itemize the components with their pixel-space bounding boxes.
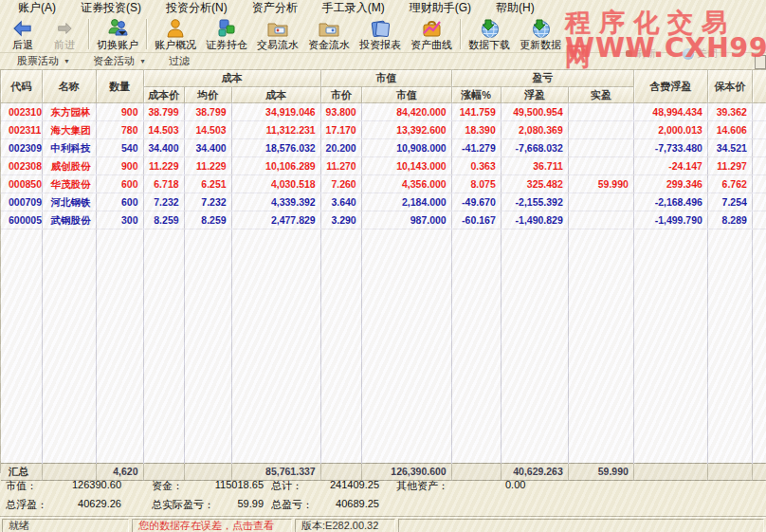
col-group-pl[interactable]: 盈亏 — [451, 70, 633, 87]
status-bar: 就绪 您的数据存在误差，点击查看 版本:E282.00.32 — [0, 516, 766, 532]
empty-grid-area — [1, 229, 766, 464]
toolbar-separator — [88, 19, 89, 49]
back-button[interactable]: 后退 — [2, 17, 44, 50]
menu-securities-invest[interactable]: 证券投资(S) — [68, 0, 154, 18]
other-assets-label: 其他资产： — [396, 479, 448, 493]
menu-manual-entry[interactable]: 手工录入(M) — [310, 0, 397, 18]
col-header-price[interactable]: 市价 — [320, 87, 361, 103]
report-icon — [368, 18, 392, 39]
col-header-breakeven[interactable]: 保本价 — [707, 70, 752, 103]
market-value: 126390.60 — [55, 479, 121, 490]
holdings-table: 代码 名称 数量 成本 市值 盈亏 含费浮盈 保本价 成本价 均价 成本 市价 … — [0, 70, 766, 473]
toolbar-separator — [146, 19, 147, 49]
update-data-button[interactable]: 更新数据 — [515, 17, 566, 50]
table-row[interactable]: 002310 东方园林 900 38.799 38.799 34,919.046… — [1, 103, 766, 121]
table-row[interactable]: 002308 威创股份 900 11.229 11.229 10,106.289… — [1, 157, 766, 175]
total-label: 总计： — [271, 479, 302, 493]
cash-flow-button[interactable]: 资金流水 — [303, 17, 355, 50]
status-spacer — [398, 519, 764, 532]
cash-activity-dropdown[interactable]: 资金活动 ▼ — [83, 54, 155, 68]
menu-bar: 账户(A) 证券投资(S) 投资分析(N) 资产分析 手工录入(M) 理财助手(… — [0, 0, 766, 17]
cash-value: 115018.65 — [190, 479, 264, 490]
other-assets-value: 0.00 — [505, 479, 525, 490]
trade-flow-icon — [265, 18, 290, 39]
col-header-fee-float-pl[interactable]: 含费浮盈 — [633, 70, 707, 103]
market-value-label: 市值： — [6, 479, 37, 493]
cash-label: 资金： — [152, 479, 183, 493]
switch-account-icon — [105, 18, 130, 39]
table-row[interactable]: 600005 武钢股份 300 8.259 8.259 2,477.829 3.… — [1, 211, 766, 229]
holdings-button[interactable]: 证券持仓 — [201, 17, 252, 50]
col-header-change-pct[interactable]: 涨幅% — [451, 87, 501, 103]
table-row[interactable]: 000709 河北钢铁 600 7.232 7.232 4,339.392 3.… — [1, 193, 766, 211]
data-download-button[interactable]: 数据下载 — [464, 17, 515, 50]
total-float-value: 40629.26 — [55, 498, 121, 509]
col-header-spacer — [752, 70, 766, 103]
menu-asset-analysis[interactable]: 资产分析 — [240, 0, 310, 18]
table-corner-box — [755, 55, 766, 69]
menu-finance-assistant[interactable]: 理财助手(G) — [397, 0, 483, 18]
total-pl-value: 40689.25 — [303, 498, 379, 509]
trade-flow-button[interactable]: 交易流水 — [252, 17, 303, 50]
download-icon — [477, 18, 502, 39]
holdings-icon — [214, 18, 239, 39]
col-group-value[interactable]: 市值 — [320, 70, 451, 87]
menu-help[interactable]: 帮助(H) — [483, 0, 547, 18]
asset-curve-icon — [419, 18, 444, 39]
col-header-name[interactable]: 名称 — [42, 70, 96, 103]
update-icon — [528, 18, 553, 39]
col-group-cost[interactable]: 成本 — [143, 70, 320, 87]
status-warning-link[interactable]: 您的数据存在误差，点击查看 — [132, 519, 292, 532]
col-header-cost[interactable]: 成本 — [231, 87, 320, 103]
menu-invest-analysis[interactable]: 投资分析(N) — [154, 0, 240, 18]
close-icon — [683, 48, 694, 60]
col-header-value[interactable]: 市值 — [361, 87, 451, 103]
col-header-cost-price[interactable]: 成本价 — [143, 87, 184, 103]
stock-activity-dropdown[interactable]: 股票活动 ▼ — [8, 54, 80, 68]
cash-flow-icon — [317, 18, 341, 39]
chevron-down-icon: ▼ — [64, 58, 70, 65]
total-real-value: 59.99 — [190, 498, 264, 509]
refresh-link[interactable]: 刷新 — [626, 46, 656, 61]
status-ready: 就绪 — [2, 519, 129, 532]
back-icon — [10, 18, 35, 39]
report-button[interactable]: 投资报表 — [355, 17, 406, 50]
refresh-icon — [626, 50, 632, 57]
filter-button[interactable]: 过滤 — [159, 54, 199, 68]
toolbar-separator — [460, 19, 461, 49]
switch-account-button[interactable]: 切换账户 — [92, 17, 143, 50]
asset-curve-button[interactable]: 资产曲线 — [406, 17, 457, 50]
status-version: 版本:E282.00.32 — [295, 519, 395, 532]
forward-icon — [52, 18, 77, 39]
close-link[interactable]: 关闭 — [683, 46, 718, 61]
table-row[interactable]: 002309 中利科技 540 34.400 34.400 18,576.032… — [1, 139, 766, 157]
totals-panel: 市值： 126390.60 资金： 115018.65 总计： 241409.2… — [0, 473, 766, 516]
account-overview-icon — [163, 18, 188, 39]
total-value: 241409.25 — [303, 479, 379, 490]
account-overview-button[interactable]: 账户概况 — [150, 17, 201, 50]
col-header-real-pl[interactable]: 实盈 — [568, 87, 633, 103]
col-header-code[interactable]: 代码 — [1, 70, 42, 103]
col-header-float-pl[interactable]: 浮盈 — [501, 87, 568, 103]
table-row[interactable]: 002311 海大集团 780 14.503 14.503 11,312.231… — [1, 121, 766, 139]
col-header-qty[interactable]: 数量 — [96, 70, 143, 103]
col-header-avg-price[interactable]: 均价 — [184, 87, 231, 103]
table-row[interactable]: 000850 华茂股份 600 6.718 6.251 4,030.518 7.… — [1, 175, 766, 193]
total-float-label: 总浮盈： — [6, 498, 47, 512]
menu-account[interactable]: 账户(A) — [6, 0, 68, 18]
chevron-down-icon: ▼ — [139, 58, 146, 65]
forward-button[interactable]: 前进 — [44, 17, 85, 50]
